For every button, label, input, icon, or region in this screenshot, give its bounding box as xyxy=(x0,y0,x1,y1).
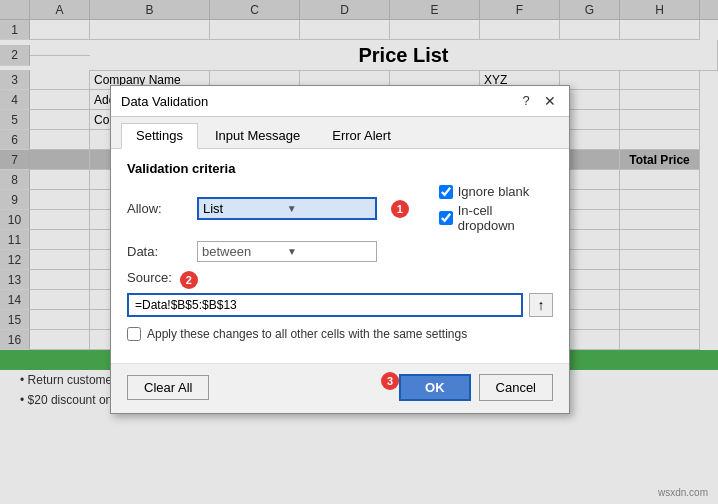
ignore-blank-label: Ignore blank xyxy=(458,184,530,199)
in-cell-dropdown-checkbox[interactable] xyxy=(439,211,453,225)
apply-label: Apply these changes to all other cells w… xyxy=(147,327,467,341)
data-validation-dialog: Data Validation ? ✕ Settings Input Messa… xyxy=(110,85,570,414)
source-input[interactable] xyxy=(127,293,523,317)
dialog-close-button[interactable]: ✕ xyxy=(541,92,559,110)
source-row: Source: 2 ↑ xyxy=(127,270,553,317)
source-label: Source: xyxy=(127,270,172,285)
clear-all-button[interactable]: Clear All xyxy=(127,375,209,400)
dialog-footer: Clear All 3 OK Cancel xyxy=(111,363,569,413)
allow-row: Allow: List ▼ 1 Ignore blank In-cell dro… xyxy=(127,184,553,233)
allow-label: Allow: xyxy=(127,201,187,216)
source-input-row: ↑ xyxy=(127,293,553,317)
in-cell-dropdown-item: In-cell dropdown xyxy=(439,203,553,233)
data-value: between xyxy=(202,244,287,259)
cancel-button[interactable]: Cancel xyxy=(479,374,553,401)
checkbox-group: Ignore blank In-cell dropdown xyxy=(439,184,553,233)
footer-right: 3 OK Cancel xyxy=(399,374,553,401)
allow-dropdown[interactable]: List ▼ xyxy=(197,197,377,220)
dialog-titlebar-controls: ? ✕ xyxy=(517,92,559,110)
dialog-body: Validation criteria Allow: List ▼ 1 Igno… xyxy=(111,149,569,363)
in-cell-dropdown-label: In-cell dropdown xyxy=(458,203,553,233)
ignore-blank-item: Ignore blank xyxy=(439,184,553,199)
allow-dropdown-arrow: ▼ xyxy=(287,203,371,214)
circle-1: 1 xyxy=(391,200,409,218)
ok-button[interactable]: OK xyxy=(399,374,471,401)
tab-error-alert[interactable]: Error Alert xyxy=(317,123,406,148)
data-row: Data: between ▼ xyxy=(127,241,553,262)
dialog-title: Data Validation xyxy=(121,94,208,109)
source-collapse-icon: ↑ xyxy=(538,297,545,313)
circle-2: 2 xyxy=(180,271,198,289)
data-dropdown-arrow: ▼ xyxy=(287,246,372,257)
tab-input-message[interactable]: Input Message xyxy=(200,123,315,148)
validation-criteria-title: Validation criteria xyxy=(127,161,553,176)
ignore-blank-checkbox[interactable] xyxy=(439,185,453,199)
data-dropdown[interactable]: between ▼ xyxy=(197,241,377,262)
dialog-help-button[interactable]: ? xyxy=(517,92,535,110)
tab-settings[interactable]: Settings xyxy=(121,123,198,149)
dialog-tabs: Settings Input Message Error Alert xyxy=(111,117,569,149)
dialog-titlebar: Data Validation ? ✕ xyxy=(111,86,569,117)
allow-value: List xyxy=(203,201,287,216)
source-collapse-button[interactable]: ↑ xyxy=(529,293,553,317)
footer-left: Clear All xyxy=(127,375,209,400)
data-label: Data: xyxy=(127,244,187,259)
circle-3: 3 xyxy=(381,372,399,390)
apply-checkbox[interactable] xyxy=(127,327,141,341)
apply-row: Apply these changes to all other cells w… xyxy=(127,327,553,341)
